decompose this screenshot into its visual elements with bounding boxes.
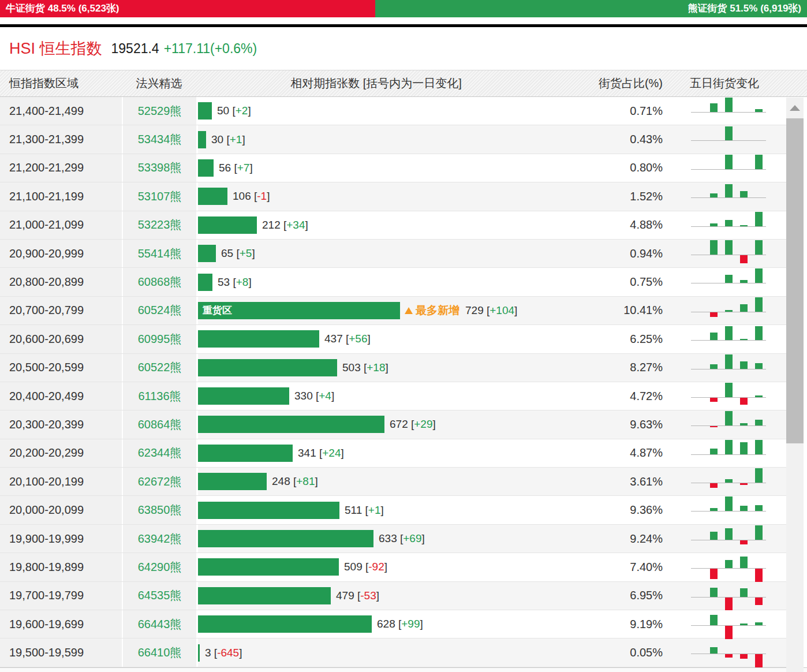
scrollbar[interactable] (786, 98, 804, 672)
mini-bar (755, 598, 763, 605)
mini-bar (710, 398, 718, 402)
warrant-code-link[interactable]: 60995熊 (122, 325, 196, 353)
mini-chart-baseline (691, 140, 766, 141)
range-cell: 20,300-20,399 (0, 410, 122, 438)
range-cell: 20,800-20,899 (0, 268, 122, 296)
mini-bar (725, 326, 733, 340)
index-name: HSI 恒生指数 (9, 38, 102, 59)
mini-bar (710, 588, 718, 597)
contracts-label: 503 [+18] (342, 361, 388, 374)
warrant-code-link[interactable]: 64535熊 (122, 582, 196, 610)
col-header-pct: 街货占比(%) (556, 76, 663, 91)
table-row: 20,300-20,399 60864熊 672 [+29] 9.63% (0, 410, 786, 439)
fiveday-mini-chart (691, 97, 766, 125)
contracts-bar (198, 644, 200, 662)
contracts-cell: 50 [+2] (196, 97, 556, 125)
mini-bar (710, 240, 718, 255)
contracts-cell: 479 [-53] (196, 582, 556, 610)
fiveday-cell (663, 240, 786, 267)
pct-cell: 4.72% (556, 382, 663, 410)
mini-bar (740, 398, 748, 405)
mini-bar (725, 479, 733, 483)
warrant-code-link[interactable]: 66410熊 (122, 639, 196, 666)
warrant-code-link[interactable]: 63942熊 (122, 525, 196, 552)
index-header: HSI 恒生指数 19521.4 +117.11(+0.6%) (0, 27, 807, 70)
mini-bar (740, 280, 748, 283)
mini-bar (740, 557, 748, 568)
contracts-label: 65 [+5] (221, 247, 255, 260)
mini-bar (725, 528, 733, 540)
mini-bar (725, 220, 733, 226)
pct-cell: 9.24% (556, 525, 663, 552)
fiveday-mini-chart (691, 553, 766, 581)
mini-bar (755, 654, 763, 667)
range-cell: 20,700-20,799 (0, 297, 122, 324)
warrant-code-link[interactable]: 63850熊 (122, 496, 196, 524)
warrant-code-link[interactable]: 61136熊 (122, 382, 196, 410)
warrant-code-link[interactable]: 52529熊 (122, 97, 196, 125)
mini-bar (740, 506, 748, 511)
warrant-code-link[interactable]: 53107熊 (122, 182, 196, 210)
scrollbar-thumb[interactable] (786, 118, 804, 443)
scrollbar-up-button[interactable] (786, 98, 804, 118)
mini-bar (755, 395, 763, 397)
mini-bar (740, 654, 748, 659)
pct-cell: 0.80% (556, 154, 663, 182)
pct-cell: 3.61% (556, 468, 663, 495)
mini-chart-baseline (691, 397, 766, 398)
pct-cell: 4.88% (556, 211, 663, 239)
col-header-picks: 法兴精选 (122, 76, 196, 91)
warrant-code-link[interactable]: 62344熊 (122, 439, 196, 467)
mini-bar (725, 310, 733, 312)
fiveday-mini-chart (691, 410, 766, 438)
fiveday-cell (663, 439, 786, 467)
fiveday-mini-chart (691, 354, 766, 382)
warrant-code-link[interactable]: 62672熊 (122, 468, 196, 495)
fiveday-mini-chart (691, 125, 766, 153)
table-row: 20,600-20,699 60995熊 437 [+56] 6.25% (0, 325, 786, 353)
mini-bar (710, 103, 718, 112)
mini-bar (725, 354, 733, 369)
contracts-cell: 437 [+56] (196, 325, 556, 353)
warrant-code-link[interactable]: 53223熊 (122, 211, 196, 239)
table-row: 21,100-21,199 53107熊 106 [-1] 1.52% (0, 182, 786, 211)
mini-bar (725, 275, 733, 283)
street-holdings-topbar: 牛证街货 48.5% (6,523张) 熊证街货 51.5% (6,919张) (0, 0, 807, 17)
warrant-code-link[interactable]: 60864熊 (122, 410, 196, 438)
arrow-up-icon (790, 105, 800, 111)
contracts-cell: 3 [-645] (196, 639, 556, 666)
contracts-cell: 511 [+1] (196, 496, 556, 524)
range-cell: 19,500-19,599 (0, 639, 122, 666)
fiveday-cell (663, 297, 786, 324)
range-cell: 21,200-21,299 (0, 154, 122, 182)
mini-chart-baseline (691, 312, 766, 312)
mini-bar (710, 193, 718, 197)
contracts-cell: 重货区 最多新增729 [+104] (196, 297, 556, 324)
contracts-bar (198, 530, 373, 547)
warrant-code-link[interactable]: 60522熊 (122, 354, 196, 382)
contracts-bar (198, 159, 214, 177)
mini-chart-baseline (691, 226, 766, 227)
mini-chart-baseline (691, 369, 766, 369)
mini-bar (710, 647, 718, 654)
warrant-code-link[interactable]: 66443熊 (122, 610, 196, 638)
warrant-code-link[interactable]: 55414熊 (122, 240, 196, 267)
table-row: 21,200-21,299 53398熊 56 [+7] 0.80% (0, 154, 786, 182)
contracts-bar (198, 587, 331, 604)
warrant-code-link[interactable]: 60524熊 (122, 297, 196, 324)
contracts-bar (198, 274, 212, 291)
contracts-bar (198, 131, 206, 148)
mini-bar (740, 624, 748, 625)
table-row: 20,000-20,099 63850熊 511 [+1] 9.36% (0, 496, 786, 524)
table-row: 20,800-20,899 60868熊 53 [+8] 0.75% (0, 268, 786, 296)
table-row: 19,900-19,999 63942熊 633 [+69] 9.24% (0, 525, 786, 553)
warrant-code-link[interactable]: 64290熊 (122, 553, 196, 581)
contracts-bar (198, 416, 384, 433)
warrant-code-link[interactable]: 53398熊 (122, 154, 196, 182)
table-row: 20,500-20,599 60522熊 503 [+18] 8.27% (0, 354, 786, 382)
warrant-code-link[interactable]: 60868熊 (122, 268, 196, 296)
index-change: +117.11(+0.6%) (164, 41, 257, 57)
contracts-label: 479 [-53] (336, 589, 379, 602)
warrant-code-link[interactable]: 53434熊 (122, 125, 196, 153)
table-row: 19,700-19,799 64535熊 479 [-53] 6.95% (0, 582, 786, 610)
